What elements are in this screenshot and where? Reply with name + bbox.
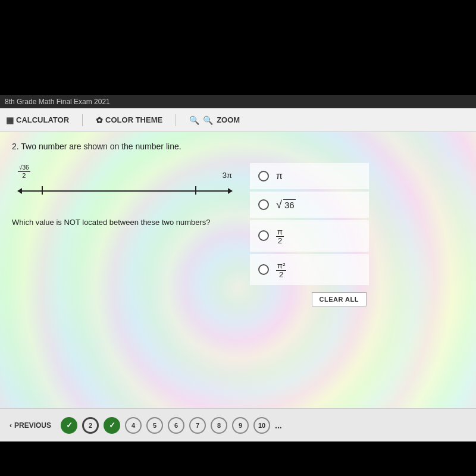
number-line-line [18, 190, 232, 192]
frac-d-num: π² [276, 262, 286, 271]
fraction-numerator: √36 [18, 164, 30, 172]
toolbar-divider-1 [82, 114, 83, 126]
page-btn-7[interactable]: 7 [189, 417, 206, 434]
option-a[interactable]: π [250, 163, 369, 189]
option-b[interactable]: √36 [250, 192, 369, 218]
right-label: 3π [223, 171, 232, 180]
page-btn-5[interactable]: 5 [146, 417, 163, 434]
answer-options-panel: π √36 π 2 [250, 163, 369, 306]
radio-c[interactable] [258, 230, 269, 241]
which-value-text: Which value is NOT located between these… [12, 218, 238, 227]
page-btn-4[interactable]: 4 [125, 417, 142, 434]
option-c[interactable]: π 2 [250, 220, 369, 252]
left-panel: √36 2 3π Whi [12, 163, 238, 306]
frac-c-den: 2 [277, 237, 283, 245]
calculator-button[interactable]: ▦ CALCULATOR [6, 115, 69, 125]
top-black-area [0, 0, 476, 95]
number-line-section: √36 2 3π [12, 163, 238, 200]
bottom-nav: ‹ PREVIOUS ✓ 2 ✓ 4 5 6 7 8 9 10 ... [0, 408, 476, 441]
fraction-label: √36 2 [18, 164, 30, 180]
color-theme-button[interactable]: ✿ COLOR THEME [96, 115, 162, 125]
radio-a[interactable] [258, 171, 269, 181]
option-c-label: π 2 [276, 226, 284, 246]
color-theme-icon: ✿ [96, 115, 103, 125]
page-btn-3[interactable]: ✓ [104, 417, 120, 434]
title-bar: 8th Grade Math Final Exam 2021 [0, 95, 476, 108]
fraction-denominator: 2 [21, 172, 27, 180]
sqrt-content-b: 36 [283, 199, 296, 210]
zoom-section: 🔍 🔍 ZOOM [189, 115, 240, 125]
zoom-out-icon[interactable]: 🔍 [189, 115, 199, 125]
frac-d: π² 2 [276, 262, 286, 280]
tick-right [195, 186, 196, 195]
question-body: Two number are shown on the number line. [21, 142, 181, 151]
question-text: 2. Two number are shown on the number li… [12, 142, 464, 151]
previous-button[interactable]: ‹ PREVIOUS [10, 421, 51, 430]
frac-c-num: π [276, 228, 284, 237]
page-btn-8[interactable]: 8 [211, 417, 227, 434]
arrow-left [17, 188, 22, 194]
page-btn-2[interactable]: 2 [82, 417, 99, 434]
frac-c: π 2 [276, 228, 284, 246]
clear-all-button[interactable]: CLEAR ALL [312, 292, 367, 306]
radio-d[interactable] [258, 264, 269, 275]
number-line [18, 182, 232, 200]
prev-label: PREVIOUS [14, 421, 51, 430]
left-label: √36 2 [18, 163, 30, 180]
color-theme-label: COLOR THEME [105, 115, 162, 124]
zoom-label: ZOOM [217, 115, 240, 124]
zoom-in-icon[interactable]: 🔍 [203, 115, 213, 125]
exam-title: 8th Grade Math Final Exam 2021 [5, 98, 110, 106]
question-number: 2. [12, 142, 19, 151]
tick-left [42, 186, 43, 195]
page-btn-1[interactable]: ✓ [61, 417, 77, 434]
number-labels: √36 2 3π [12, 163, 238, 180]
option-b-label: √36 [276, 199, 296, 211]
option-d[interactable]: π² 2 [250, 254, 369, 286]
question-area: 2. Two number are shown on the number li… [12, 142, 464, 306]
calculator-label: CALCULATOR [16, 115, 69, 124]
prev-chevron-icon: ‹ [10, 421, 12, 430]
question-layout: √36 2 3π Whi [12, 163, 464, 306]
arrow-right [228, 188, 233, 194]
frac-d-den: 2 [278, 271, 284, 279]
page-btn-9[interactable]: 9 [232, 417, 249, 434]
page-btn-10[interactable]: 10 [253, 417, 270, 434]
toolbar-divider-2 [176, 114, 176, 126]
calculator-icon: ▦ [6, 115, 14, 125]
clear-all-row: CLEAR ALL [250, 292, 369, 306]
sqrt-symbol-b: √ [276, 199, 282, 211]
page-btn-6[interactable]: 6 [168, 417, 184, 434]
option-a-label: π [276, 171, 283, 181]
radio-b[interactable] [258, 199, 269, 210]
option-d-label: π² 2 [276, 260, 286, 280]
toolbar: ▦ CALCULATOR ✿ COLOR THEME 🔍 🔍 ZOOM [0, 108, 476, 132]
more-pages-button[interactable]: ... [275, 421, 282, 430]
main-content: 2. Two number are shown on the number li… [0, 132, 476, 441]
